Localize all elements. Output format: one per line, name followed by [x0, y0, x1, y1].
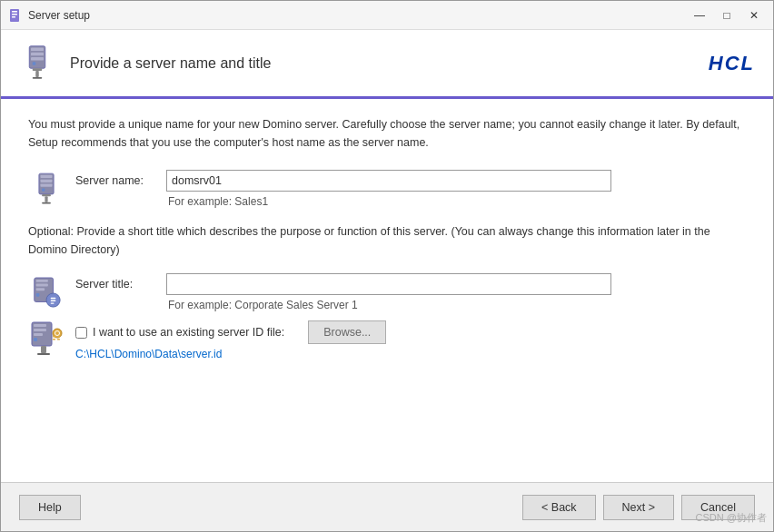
- close-button[interactable]: ✕: [742, 5, 766, 25]
- hcl-logo: HCL: [709, 52, 755, 75]
- svg-rect-1: [12, 11, 17, 13]
- server-id-svg-icon: [28, 320, 64, 357]
- server-title-row: Server title: For example: Corporate Sal…: [28, 273, 746, 311]
- header-left: Provide a server name and title: [19, 40, 271, 87]
- svg-rect-8: [33, 62, 36, 65]
- svg-rect-18: [45, 196, 47, 202]
- server-title-input[interactable]: [166, 273, 611, 295]
- main-window: Server setup — □ ✕ Provide: [0, 0, 774, 532]
- server-name-input[interactable]: [166, 170, 611, 192]
- optional-text: Optional: Provide a short title which de…: [28, 222, 746, 259]
- watermark: CSDN @协作者: [696, 511, 767, 525]
- svg-rect-6: [31, 52, 44, 55]
- svg-rect-23: [36, 288, 45, 291]
- footer: Help < Back Next > Cancel: [1, 482, 773, 531]
- server-name-field-group: Server name: For example: Sales1: [75, 170, 746, 208]
- server-title-field-group: Server title: For example: Corporate Sal…: [75, 273, 746, 311]
- maximize-button[interactable]: □: [715, 5, 739, 25]
- server-id-path[interactable]: C:\HCL\Domino\Data\server.id: [75, 348, 746, 360]
- svg-rect-17: [42, 194, 51, 196]
- content-area: You must provide a unique name for your …: [1, 99, 773, 482]
- server-id-checkbox[interactable]: [75, 327, 87, 339]
- svg-rect-34: [41, 346, 46, 353]
- svg-rect-21: [36, 280, 48, 282]
- svg-rect-32: [34, 333, 43, 336]
- svg-rect-10: [35, 70, 39, 76]
- svg-rect-33: [34, 338, 37, 341]
- server-title-example: For example: Corporate Sales Server 1: [168, 299, 746, 311]
- svg-rect-11: [33, 76, 43, 78]
- svg-rect-7: [31, 57, 44, 61]
- svg-rect-15: [41, 184, 53, 187]
- info-text-1: You must provide a unique name for your …: [28, 115, 746, 152]
- svg-rect-9: [33, 68, 43, 71]
- server-small-icon: [35, 170, 58, 210]
- minimize-button[interactable]: —: [688, 5, 711, 25]
- server-name-label: Server name:: [75, 174, 157, 187]
- svg-rect-38: [53, 336, 60, 338]
- next-button[interactable]: Next >: [603, 495, 674, 520]
- svg-rect-13: [41, 175, 53, 178]
- svg-rect-24: [36, 293, 40, 297]
- server-name-icon: [28, 172, 64, 208]
- server-id-icon: [28, 320, 64, 357]
- svg-rect-22: [36, 284, 48, 287]
- header-band: Provide a server name and title HCL: [1, 30, 773, 99]
- server-name-row: Server name: For example: Sales1: [28, 170, 746, 208]
- checkbox-line: I want to use an existing server ID file…: [75, 320, 746, 344]
- help-button[interactable]: Help: [19, 495, 81, 520]
- back-button[interactable]: < Back: [522, 495, 596, 520]
- svg-rect-39: [53, 339, 55, 340]
- title-bar-left: Server setup: [8, 8, 90, 23]
- title-bar-text: Server setup: [28, 9, 90, 22]
- svg-rect-35: [37, 353, 50, 355]
- svg-rect-28: [51, 302, 55, 303]
- server-title-label-row: Server title:: [75, 273, 746, 295]
- server-name-label-row: Server name:: [75, 170, 746, 192]
- svg-point-25: [46, 293, 60, 307]
- svg-rect-14: [41, 180, 53, 182]
- checkbox-content: I want to use an existing server ID file…: [75, 320, 746, 360]
- svg-rect-31: [34, 329, 46, 331]
- server-title-label: Server title:: [75, 278, 157, 291]
- app-icon: [8, 8, 23, 23]
- svg-rect-2: [12, 14, 17, 15]
- svg-rect-30: [34, 324, 46, 327]
- title-bar-controls: — □ ✕: [688, 5, 766, 25]
- svg-rect-5: [31, 47, 44, 51]
- svg-rect-26: [51, 298, 56, 299]
- header-server-icon: [19, 40, 55, 87]
- svg-rect-19: [42, 202, 51, 204]
- header-title: Provide a server name and title: [70, 55, 271, 72]
- server-name-example: For example: Sales1: [168, 195, 746, 208]
- svg-rect-40: [57, 339, 60, 340]
- checkbox-label: I want to use an existing server ID file…: [93, 326, 284, 339]
- title-bar: Server setup — □ ✕: [1, 1, 773, 30]
- server-icon: [25, 44, 50, 84]
- checkbox-row: I want to use an existing server ID file…: [28, 320, 746, 360]
- svg-rect-27: [51, 300, 56, 301]
- svg-rect-16: [42, 188, 45, 191]
- browse-button[interactable]: Browse...: [308, 320, 386, 344]
- server-title-svg-icon: [31, 275, 62, 311]
- svg-rect-3: [12, 16, 15, 18]
- server-title-icon: [28, 275, 64, 311]
